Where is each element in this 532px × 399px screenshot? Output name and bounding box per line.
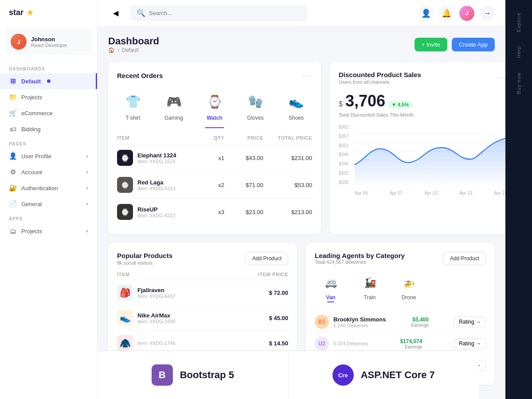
rating-btn-1[interactable]: Rating → — [454, 317, 486, 327]
y-label-5: $340 — [339, 161, 348, 166]
help-button[interactable]: Help — [512, 43, 525, 62]
add-agent-button[interactable]: Add Product — [443, 252, 486, 265]
product-img-3: 🧥 — [117, 335, 133, 351]
add-product-button[interactable]: Add Product — [246, 252, 288, 265]
arrow-right-icon[interactable]: → — [480, 6, 495, 21]
item-cell-2: ⌚ Red Laga Item: #XDG-5314 — [117, 172, 195, 199]
recent-orders-header: Recent Orders ··· — [117, 71, 312, 80]
item-total-2: $53.00 — [263, 172, 312, 199]
aspnet-icon: Cre — [332, 364, 354, 386]
buynow-button[interactable]: Buy now — [512, 69, 525, 98]
agent-earnings-1: $5,400 — [411, 317, 428, 323]
grid-icon: ⊞ — [9, 77, 17, 85]
create-app-button[interactable]: Create App — [452, 38, 495, 51]
agent-earnings-2: $174,074 — [400, 338, 422, 344]
explore-button[interactable]: Explore — [512, 9, 525, 35]
agent-stats-1: $5,400 Earnings — [411, 317, 428, 328]
product-price-3: $ 14.50 — [269, 340, 288, 347]
agent-tab-van[interactable]: 🚐 Van — [315, 270, 347, 306]
sidebar-label-projects: Projects — [21, 94, 42, 101]
item-id-2: Item: #XDG-5314 — [137, 186, 176, 191]
drone-icon: 🚁 — [400, 274, 418, 292]
notification-icon[interactable]: 🔔 — [439, 6, 454, 21]
sidebar-item-authentication[interactable]: 🔐 Authentication ▾ — [0, 180, 97, 196]
sidebar-item-projects[interactable]: 📁 Projects — [0, 89, 97, 105]
tab-label-gloves: Gloves — [247, 115, 263, 121]
col-total: TOTAL PRICE — [263, 132, 312, 145]
product-id-1: Item: #XDG-6437 — [137, 293, 176, 299]
sales-more-icon[interactable]: ··· — [498, 73, 505, 82]
tab-label-tshirt: T-shirt — [125, 115, 140, 121]
aspnet-label: ASP.NET Core 7 — [361, 369, 435, 381]
product-id-2: Item: #XDG-1836 — [137, 319, 176, 324]
sales-currency: $ — [339, 100, 343, 108]
sidebar-item-user-profile[interactable]: 👤 User Profile ▾ — [0, 148, 97, 164]
tab-gloves[interactable]: 🧤 Gloves — [239, 87, 271, 125]
user-card[interactable]: J Johnson React Developer — [5, 28, 92, 55]
header-avatar[interactable]: J — [459, 6, 474, 21]
popular-header-row: Popular Products 8k social visitors Add … — [117, 252, 288, 266]
popular-title: Popular Products — [117, 252, 172, 259]
user-info: Johnson React Developer — [31, 36, 67, 48]
sidebar: star★ J Johnson React Developer DASHBOAR… — [0, 0, 98, 399]
product-row-1: 🎒 Fjallraven Item: #XDG-6437 $ 72.00 — [117, 280, 288, 305]
item-name-3: RiseUP — [137, 206, 176, 213]
section-apps: APPS — [0, 212, 97, 223]
tab-shoes[interactable]: 👟 Shoes — [280, 87, 312, 125]
sidebar-label-bidding: Bidding — [21, 126, 40, 133]
sales-chart: $362 $357 $351 $346 $340 $335 $330 — [339, 125, 505, 196]
tab-tshirt[interactable]: 👕 T-shirt — [117, 87, 149, 125]
products-col-headers: ITEM ITEM PRICE — [117, 269, 288, 280]
sidebar-item-general[interactable]: 📄 General ▾ — [0, 196, 97, 212]
sidebar-item-apps-projects[interactable]: 🗂 Projects ▾ — [0, 223, 97, 239]
discounted-sales-card: Discounted Product Sales Users from all … — [330, 62, 505, 234]
sidebar-item-account[interactable]: ⚙ Account ▾ — [0, 164, 97, 180]
tag-icon: 🏷 — [9, 125, 17, 133]
item-icon-2: ⌚ — [117, 177, 133, 193]
sidebar-label-user-profile: User Profile — [21, 153, 51, 160]
y-label-2: $357 — [339, 134, 348, 139]
invite-button[interactable]: + Invite — [415, 38, 447, 51]
recent-orders-card: Recent Orders ··· 👕 T-shirt 🎮 Gaming — [108, 62, 321, 234]
collapse-sidebar-button[interactable]: ◀ — [108, 6, 123, 21]
page-title: Dashboard — [108, 35, 159, 47]
x-label-4: Apr 13 — [459, 191, 472, 196]
search-bar[interactable]: 🔍 — [130, 5, 308, 21]
breadcrumb-home-icon: 🏠 — [108, 47, 115, 53]
sidebar-label-authentication: Authentication — [21, 185, 58, 192]
orders-table: ITEM QTY PRICE TOTAL PRICE ⌚ — [117, 132, 312, 225]
agent-tab-drone[interactable]: 🚁 Drone — [393, 270, 425, 306]
agent-stats-2: $174,074 Earnings — [400, 338, 422, 349]
shoes-icon: 👟 — [286, 91, 307, 112]
product-img-1: 🎒 — [117, 285, 133, 301]
agent-tab-train[interactable]: 🚂 Train — [354, 270, 386, 306]
product-id-3: Item: #XDG-1746 — [137, 340, 176, 346]
item-price-1: $43.00 — [224, 145, 263, 172]
rating-btn-2[interactable]: Rating → — [454, 338, 486, 349]
agent-name-1: Brooklyn Simmons — [333, 316, 386, 323]
sidebar-item-default[interactable]: ⊞ Default — [0, 73, 97, 89]
product-item-3: 🧥 Item: #XDG-1746 — [117, 335, 176, 351]
table-row: ⌚ Red Laga Item: #XDG-5314 x2 $71.00 $53… — [117, 172, 312, 199]
item-id-1: Item: #XDG-1523 — [137, 159, 176, 164]
search-input[interactable] — [149, 10, 301, 16]
y-label-4: $346 — [339, 152, 348, 157]
section-pages: PAGES — [0, 137, 97, 148]
tab-gaming[interactable]: 🎮 Gaming — [158, 87, 190, 125]
item-cell-1: ⌚ Elephant 1324 Item: #XDG-1523 — [117, 145, 195, 172]
sales-number: 3,706 — [345, 92, 385, 110]
settings-icon[interactable]: 👤 — [419, 6, 434, 21]
y-label-6: $335 — [339, 171, 348, 176]
sidebar-item-bidding[interactable]: 🏷 Bidding — [0, 121, 97, 137]
table-row: ⌚ Elephant 1324 Item: #XDG-1523 x1 $43.0… — [117, 145, 312, 172]
agents-header-row: Leading Agents by Category Total 424,567… — [315, 252, 486, 265]
tab-watch[interactable]: ⌚ Watch — [199, 87, 231, 125]
gear-icon: ⚙ — [9, 168, 17, 176]
y-label-7: $330 — [339, 180, 348, 185]
more-options-icon[interactable]: ··· — [303, 71, 312, 80]
x-label-1: Apr 04 — [355, 191, 368, 196]
agent-tabs: 🚐 Van 🚂 Train 🚁 Drone — [315, 270, 486, 306]
agent-deliveries-1: 1,240 Deliveries — [333, 323, 386, 328]
page-header-row: Dashboard 🏠 › Default + Invite Create Ap… — [108, 35, 495, 53]
sidebar-item-ecommerce[interactable]: 🛒 eCommerce — [0, 105, 97, 121]
